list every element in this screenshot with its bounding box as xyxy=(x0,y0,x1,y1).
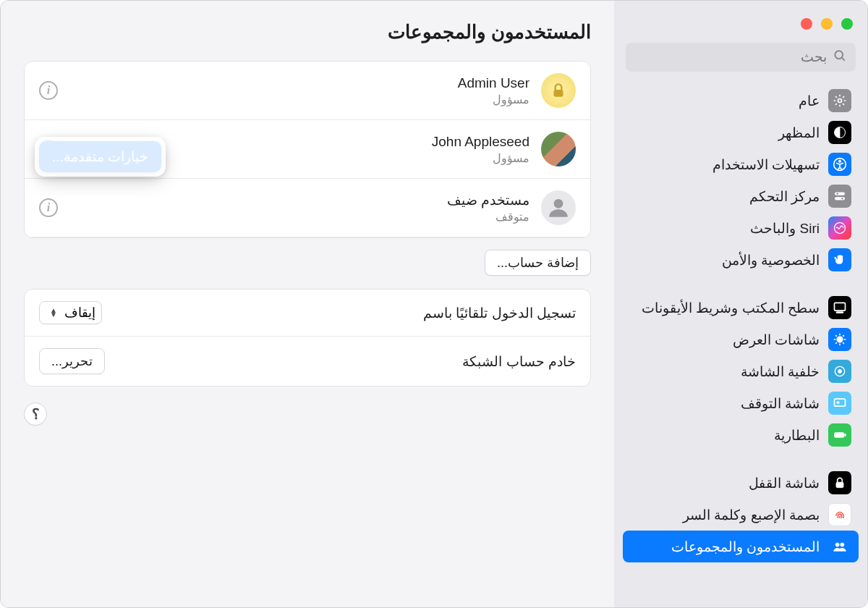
sidebar-item-screensaver[interactable]: شاشة التوقف xyxy=(623,387,859,419)
sidebar-item-control-center[interactable]: مركز التحكم xyxy=(623,180,859,212)
fullscreen-window-button[interactable] xyxy=(841,18,853,30)
sidebar-item-label: المظهر xyxy=(778,124,820,141)
wallpaper-icon xyxy=(828,360,851,383)
gear-icon xyxy=(828,89,851,112)
sidebar-item-label: شاشات العرض xyxy=(733,332,820,348)
appearance-icon xyxy=(828,121,851,144)
screensaver-icon xyxy=(828,392,851,415)
search-icon xyxy=(833,48,847,67)
sidebar-item-users-groups[interactable]: المستخدمون والمجموعات xyxy=(623,531,859,562)
svg-rect-19 xyxy=(836,482,843,488)
svg-point-8 xyxy=(836,193,838,195)
sidebar-item-gear[interactable]: عام xyxy=(623,85,859,117)
svg-rect-11 xyxy=(835,303,846,311)
sidebar: عامالمظهرتسهيلات الاستخداممركز التحكمSir… xyxy=(614,1,867,607)
auto-login-value: إيقاف xyxy=(64,305,95,321)
edit-network-account-button[interactable]: تحرير... xyxy=(39,348,105,374)
sidebar-item-label: عام xyxy=(799,93,820,109)
sidebar-item-label: سطح المكتب وشريط الأيقونات xyxy=(642,300,820,316)
sidebar-item-hand[interactable]: الخصوصية والأمن xyxy=(623,244,859,276)
svg-point-13 xyxy=(837,337,843,342)
minimize-window-button[interactable] xyxy=(821,18,833,30)
auto-login-row: تسجيل الدخول تلقائيًا باسم إيقاف ▲▼ xyxy=(25,290,590,337)
settings-window: عامالمظهرتسهيلات الاستخداممركز التحكمSir… xyxy=(0,0,868,608)
info-button[interactable]: i xyxy=(39,81,58,100)
user-name: مستخدم ضيف xyxy=(69,192,529,208)
svg-rect-18 xyxy=(845,434,846,436)
svg-point-5 xyxy=(838,160,841,162)
user-role: متوقف xyxy=(69,210,529,224)
avatar xyxy=(541,132,576,166)
sidebar-item-desktop-dock[interactable]: سطح المكتب وشريط الأيقونات xyxy=(623,292,859,324)
close-window-button[interactable] xyxy=(801,18,812,30)
sidebar-item-label: شاشة التوقف xyxy=(741,395,820,412)
user-list: Admin UserمسؤولiJohn Appleseedمسؤولiمستخ… xyxy=(24,61,591,238)
svg-rect-12 xyxy=(836,312,843,313)
sidebar-item-label: شاشة القفل xyxy=(749,475,820,491)
sidebar-item-label: البطارية xyxy=(774,427,820,444)
advanced-options-menu-item[interactable]: خيارات متقدمة... xyxy=(39,141,161,172)
chevron-up-down-icon: ▲▼ xyxy=(50,308,57,317)
sidebar-item-label: الخصوصية والأمن xyxy=(722,252,820,269)
user-row[interactable]: Admin Userمسؤولi xyxy=(25,62,590,120)
search-input[interactable] xyxy=(634,49,827,65)
svg-point-23 xyxy=(554,199,563,208)
displays-icon xyxy=(828,328,851,351)
main-panel: المستخدمون والمجموعات Admin UserمسؤولiJo… xyxy=(1,1,614,607)
sidebar-item-battery[interactable]: البطارية xyxy=(623,419,859,451)
sidebar-item-label: المستخدمون والمجموعات xyxy=(671,539,820,555)
svg-point-14 xyxy=(838,370,842,373)
login-options-list: تسجيل الدخول تلقائيًا باسم إيقاف ▲▼ خادم… xyxy=(24,289,591,387)
svg-point-21 xyxy=(841,543,844,546)
svg-point-16 xyxy=(837,402,839,404)
touchid-icon xyxy=(828,503,851,526)
svg-point-0 xyxy=(835,51,843,59)
svg-point-20 xyxy=(835,543,839,546)
hand-icon xyxy=(828,248,851,271)
svg-line-1 xyxy=(842,57,845,60)
sidebar-item-touchid[interactable]: بصمة الإصبع وكلمة السر xyxy=(623,499,859,531)
network-account-label: خادم حساب الشبكة xyxy=(462,353,576,370)
sidebar-item-accessibility[interactable]: تسهيلات الاستخدام xyxy=(623,148,859,180)
svg-rect-22 xyxy=(554,90,563,97)
sidebar-item-siri[interactable]: Siri والباحث xyxy=(623,212,859,244)
help-button[interactable]: ؟ xyxy=(24,402,47,426)
sidebar-item-label: Siri والباحث xyxy=(750,220,820,237)
control-center-icon xyxy=(828,185,851,208)
add-account-button[interactable]: إضافة حساب... xyxy=(485,250,591,276)
accessibility-icon xyxy=(828,153,851,176)
svg-point-2 xyxy=(838,99,842,103)
sidebar-item-displays[interactable]: شاشات العرض xyxy=(623,324,859,355)
auto-login-select[interactable]: إيقاف ▲▼ xyxy=(39,301,102,324)
siri-icon xyxy=(828,216,851,240)
sidebar-item-appearance[interactable]: المظهر xyxy=(623,117,859,148)
sidebar-item-label: تسهيلات الاستخدام xyxy=(712,156,820,173)
network-account-row: خادم حساب الشبكة تحرير... xyxy=(25,337,590,386)
sidebar-list: عامالمظهرتسهيلات الاستخداممركز التحكمSir… xyxy=(614,85,867,607)
sidebar-item-label: بصمة الإصبع وكلمة السر xyxy=(683,507,820,523)
window-controls xyxy=(614,12,867,43)
info-button[interactable]: i xyxy=(39,198,58,217)
sidebar-item-lock-screen[interactable]: شاشة القفل xyxy=(623,467,859,499)
user-row[interactable]: مستخدم ضيفمتوقفi xyxy=(25,179,590,237)
svg-rect-15 xyxy=(835,399,846,406)
auto-login-label: تسجيل الدخول تلقائيًا باسم xyxy=(423,305,576,321)
page-title: المستخدمون والمجموعات xyxy=(24,21,591,43)
users-groups-icon xyxy=(828,535,851,558)
sidebar-item-wallpaper[interactable]: خلفية الشاشة xyxy=(623,355,859,387)
sidebar-item-label: خلفية الشاشة xyxy=(741,363,820,380)
lock-screen-icon xyxy=(828,471,851,494)
search-field[interactable] xyxy=(626,43,856,72)
desktop-dock-icon xyxy=(828,296,851,319)
avatar xyxy=(541,190,576,225)
sidebar-item-label: مركز التحكم xyxy=(749,188,820,205)
svg-rect-17 xyxy=(835,433,844,438)
avatar xyxy=(541,73,576,108)
battery-icon xyxy=(828,423,851,447)
svg-point-9 xyxy=(841,198,843,200)
user-role: مسؤول xyxy=(69,93,529,106)
user-name: Admin User xyxy=(69,75,529,91)
